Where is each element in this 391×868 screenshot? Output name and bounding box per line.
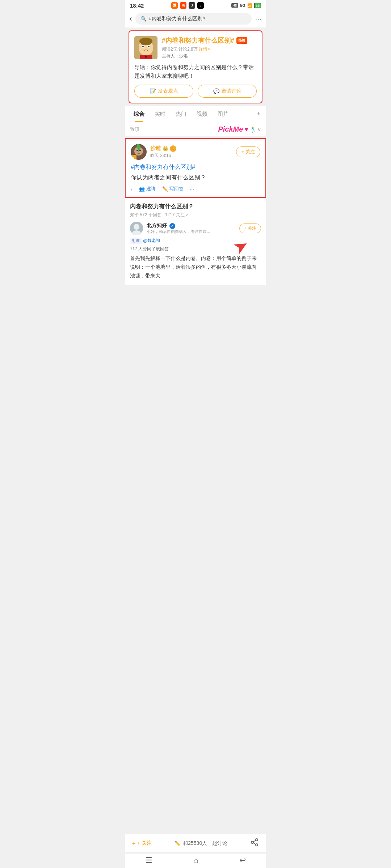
publish-icon: 📝 [150, 88, 156, 94]
svg-point-14 [136, 150, 138, 151]
tab-热门[interactable]: 热门 [171, 106, 192, 122]
topic-title: #内卷和努力有什么区别# [162, 36, 234, 45]
joyo-icon: J [189, 2, 195, 9]
post-time: 昨天 23:16 [150, 153, 232, 159]
hot-badge: 热搜 [236, 37, 247, 44]
invited-by-user: @魏老祖 [143, 238, 160, 244]
search-icon: 🔍 [140, 16, 147, 22]
search-query: #内卷和努力有什么区别# [149, 16, 205, 22]
tab-综合[interactable]: 综合 [129, 106, 150, 122]
tab-图片[interactable]: 图片 [213, 106, 234, 122]
invite-discuss-button[interactable]: 💬 邀请讨论 [198, 85, 257, 98]
invite-label: 邀请 [146, 186, 156, 192]
verified-icon: 👑 [170, 145, 176, 152]
invite-icon: 💬 [213, 88, 219, 94]
search-input-wrap[interactable]: 🔍 #内卷和努力有什么区别# [135, 13, 252, 25]
topic-host: 主持人：沙雕 [162, 53, 257, 59]
post-username: 沙雕 [150, 145, 161, 152]
status-time: 18:42 [130, 3, 144, 9]
knowledge-meta[interactable]: 知乎 572 个回答 · 1217 关注 > [130, 212, 261, 218]
knowledge-user-desc: 小好，95后自由撰稿人，专注自媒... [147, 229, 236, 234]
taobao-icon: 淘 [180, 2, 186, 9]
invite-person-icon: 👥 [139, 186, 145, 192]
chevron-down-icon[interactable]: ∨ [257, 127, 261, 132]
knowledge-title: 内卷和努力有什么区别？ [130, 203, 261, 210]
more-button[interactable]: ··· [255, 15, 262, 23]
write-answer-action[interactable]: ✏️ 写回答 [162, 186, 184, 192]
invited-by: 射邀 @魏老祖 [130, 238, 261, 244]
pinned-label: 置顶 [130, 126, 139, 133]
knowledge-follow-button[interactable]: + 关注 [239, 224, 261, 233]
more-action[interactable]: ··· [190, 186, 194, 192]
invite-tag: 射邀 [130, 238, 142, 244]
pinned-bar: 置顶 PickMe ♥ 🕺 ∨ [125, 122, 266, 137]
battery-indicator: 55 [254, 3, 261, 8]
discussions-count: 讨论2.8万 [178, 47, 198, 52]
svg-point-15 [139, 150, 141, 151]
svg-point-6 [148, 46, 150, 47]
follow-button[interactable]: + 关注 [236, 146, 260, 157]
svg-point-5 [142, 46, 144, 47]
tabs-bar: 综合 实时 热门 视频 图片 + [125, 106, 266, 122]
svg-point-19 [134, 224, 139, 230]
topic-description: 导话：你觉得内卷和努力之间的区别是什么？带话题发博和大家来聊聊吧！ [134, 63, 257, 80]
likes-count: 717 人赞同了该回答 [130, 246, 261, 252]
svg-point-2 [139, 38, 152, 45]
more-dots-icon: ··· [190, 186, 194, 192]
post-actions: ‹ 👥 邀请 ✏️ 写回答 ··· [131, 186, 260, 192]
answer-preview: 首先我先解释一下什么是内卷。内卷：用个简单的例子来说明：一个池塘里，活着很多的鱼… [130, 254, 261, 280]
post-card: V 沙雕 👑 👑 昨天 23:16 + 关注 #内卷和努力有什么区别# 你认为两… [125, 138, 266, 198]
pickme-figure-icon: 🕺 [249, 126, 257, 133]
vip-badge: V [131, 155, 136, 160]
post-question: 你认为两者之间有什么区别？ [131, 173, 260, 182]
views-count: 阅读2亿 [162, 47, 177, 52]
publish-label: 发表观点 [158, 88, 178, 94]
pickme-logo: PickMe [218, 125, 243, 133]
knowledge-user-avatar [130, 222, 143, 235]
post-topic-link[interactable]: #内卷和努力有什么区别# [131, 163, 260, 171]
search-bar: ‹ 🔍 #内卷和努力有什么区别# ··· [125, 10, 266, 27]
crown-icon: 👑 [163, 146, 168, 151]
invite-action[interactable]: 👥 邀请 [139, 186, 156, 192]
post-avatar: V [131, 144, 147, 160]
signal-5g: 5G [240, 3, 245, 8]
knowledge-user: 北方知好 ✓ 小好，95后自由撰稿人，专注自媒... + 关注 [130, 222, 261, 235]
invite-label: 邀请讨论 [221, 88, 241, 94]
topic-title-row: #内卷和努力有什么区别# 热搜 [162, 36, 257, 45]
topic-header: #内卷和努力有什么区别# 热搜 阅读2亿 讨论2.8万 详情> 主持人：沙雕 [134, 36, 257, 59]
tab-add-button[interactable]: + [254, 107, 262, 121]
status-bar: 18:42 微 淘 J ♪ HD 5G 📶 55 [125, 0, 266, 10]
back-action[interactable]: ‹ [131, 186, 133, 192]
publish-opinion-button[interactable]: 📝 发表观点 [134, 85, 193, 98]
wifi-icon: 📶 [247, 3, 252, 8]
knowledge-card: 内卷和努力有什么区别？ 知乎 572 个回答 · 1217 关注 > 北方知好 … [125, 198, 266, 288]
pickme-heart-icon: ♥ [244, 125, 248, 133]
knowledge-user-info: 北方知好 ✓ 小好，95后自由撰稿人，专注自媒... [147, 222, 236, 234]
reply-label: 写回答 [169, 186, 184, 192]
hd-label: HD [231, 3, 238, 8]
weibo-icon: 微 [171, 2, 178, 9]
back-button[interactable]: ‹ [129, 14, 132, 24]
tab-视频[interactable]: 视频 [192, 106, 213, 122]
back-icon: ‹ [131, 186, 133, 192]
tab-实时[interactable]: 实时 [150, 106, 171, 122]
topic-card: #内卷和努力有什么区别# 热搜 阅读2亿 讨论2.8万 详情> 主持人：沙雕 导… [129, 30, 262, 103]
topic-actions: 📝 发表观点 💬 邀请讨论 [134, 85, 257, 98]
app-icons: 微 淘 J ♪ [171, 2, 204, 9]
verified-check-icon: ✓ [169, 223, 175, 229]
status-icons: HD 5G 📶 55 [231, 3, 261, 8]
topic-avatar [134, 36, 157, 59]
detail-link[interactable]: 详情> [199, 47, 210, 52]
post-user-info: 沙雕 👑 👑 昨天 23:16 [150, 145, 232, 159]
edit-icon: ✏️ [162, 186, 168, 192]
tiktok-icon: ♪ [197, 2, 204, 9]
topic-meta: 阅读2亿 讨论2.8万 详情> [162, 46, 257, 52]
knowledge-username: 北方知好 ✓ [147, 222, 236, 229]
topic-info: #内卷和努力有什么区别# 热搜 阅读2亿 讨论2.8万 详情> 主持人：沙雕 [162, 36, 257, 59]
post-header: V 沙雕 👑 👑 昨天 23:16 + 关注 [131, 144, 260, 160]
